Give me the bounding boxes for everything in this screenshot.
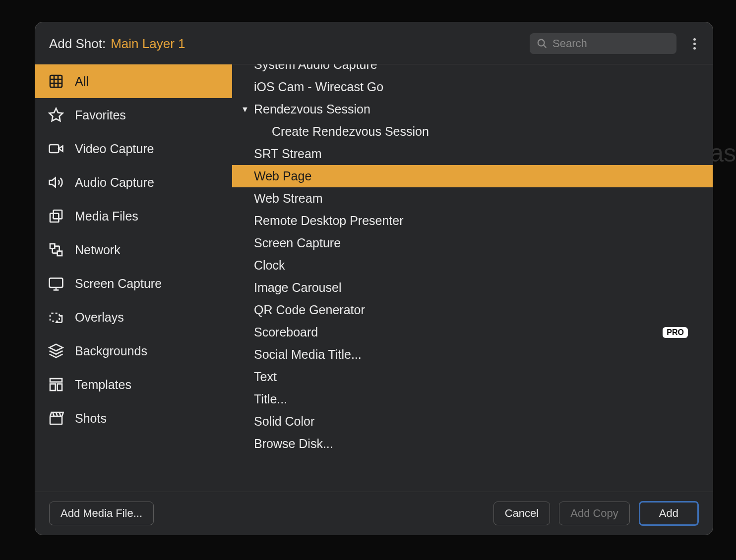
list-item-label: Scoreboard [254, 325, 318, 339]
sidebar-item-audio-capture[interactable]: Audio Capture [35, 166, 232, 199]
svg-line-1 [544, 45, 547, 48]
list-item[interactable]: Browse Disk... [232, 433, 713, 455]
media-icon [47, 207, 65, 225]
sidebar-item-label: Screen Capture [75, 277, 162, 291]
list-item-label: QR Code Generator [254, 303, 365, 317]
list-item[interactable]: Remote Desktop Presenter [232, 210, 713, 232]
dialog-footer: Add Media File... Cancel Add Copy Add [35, 492, 713, 535]
list-item[interactable]: Screen Capture [232, 232, 713, 254]
list-item[interactable]: Create Rendezvous Session [232, 120, 713, 143]
svg-rect-24 [50, 379, 62, 382]
layers-icon [47, 342, 65, 360]
list-item[interactable]: Social Media Title... [232, 343, 713, 366]
monitor-icon [47, 275, 65, 292]
sidebar-item-label: All [75, 74, 89, 89]
sidebar-item-media-files[interactable]: Media Files [35, 199, 232, 233]
sidebar-item-all[interactable]: All [35, 64, 232, 98]
search-field[interactable] [530, 33, 676, 54]
svg-rect-13 [50, 244, 55, 248]
list-item-label: System Audio Capture [254, 64, 377, 72]
sidebar-item-templates[interactable]: Templates [35, 368, 232, 401]
add-shot-dialog: Add Shot: Main Layer 1 AllFavoritesVideo… [35, 22, 713, 535]
dialog-body: AllFavoritesVideo CaptureAudio CaptureMe… [35, 64, 713, 492]
add-media-file-button[interactable]: Add Media File... [49, 502, 154, 525]
svg-rect-12 [50, 214, 59, 222]
list-item[interactable]: Solid Color [232, 410, 713, 433]
sidebar-item-label: Shots [75, 411, 107, 426]
svg-rect-8 [50, 145, 59, 153]
list-item[interactable]: Title... [232, 388, 713, 410]
add-button[interactable]: Add [639, 501, 699, 526]
sidebar-item-label: Overlays [75, 310, 124, 325]
list-item[interactable]: SRT Stream [232, 143, 713, 165]
list-item-label: Title... [254, 392, 287, 406]
sidebar-item-label: Video Capture [75, 142, 154, 156]
list-item[interactable]: Text [232, 366, 713, 388]
sidebar-item-network[interactable]: Network [35, 233, 232, 267]
list-item-label: Clock [254, 258, 285, 273]
svg-rect-14 [58, 251, 62, 256]
sidebar-item-label: Media Files [75, 209, 138, 224]
dialog-titlebar: Add Shot: Main Layer 1 [35, 22, 713, 64]
sidebar-item-label: Templates [75, 378, 131, 392]
disclosure-triangle-icon[interactable]: ▼ [241, 105, 249, 114]
background-text: as [710, 139, 736, 168]
svg-marker-10 [50, 178, 56, 187]
list-item[interactable]: iOS Cam - Wirecast Go [232, 76, 713, 98]
list-item-label: Browse Disk... [254, 437, 333, 451]
list-item[interactable]: Image Carousel [232, 277, 713, 299]
network-icon [47, 241, 65, 259]
more-menu-button[interactable] [690, 35, 699, 53]
list-item-label: Solid Color [254, 414, 314, 429]
svg-rect-22 [50, 313, 60, 321]
search-input[interactable] [552, 37, 670, 50]
add-copy-button[interactable]: Add Copy [559, 502, 630, 525]
title-layer: Main Layer 1 [111, 36, 185, 52]
svg-marker-23 [50, 344, 63, 351]
svg-rect-25 [50, 384, 56, 391]
star-icon [47, 106, 65, 124]
overlay-icon [47, 308, 65, 326]
list-item[interactable]: Web Page [232, 165, 713, 187]
cancel-button[interactable]: Cancel [493, 502, 550, 525]
list-item-label: Text [254, 370, 277, 384]
grid-icon [47, 72, 65, 90]
list-item[interactable]: ScoreboardPRO [232, 321, 713, 343]
list-item-label: Create Rendezvous Session [272, 124, 429, 139]
list-item[interactable]: ▼Rendezvous Session [232, 98, 713, 120]
list-item[interactable]: QR Code Generator [232, 299, 713, 321]
list-item-label: Rendezvous Session [254, 102, 370, 116]
sidebar-item-label: Backgrounds [75, 344, 147, 358]
video-icon [47, 140, 65, 158]
list-item-label: iOS Cam - Wirecast Go [254, 80, 383, 94]
sidebar-item-screen-capture[interactable]: Screen Capture [35, 267, 232, 300]
sidebar-item-backgrounds[interactable]: Backgrounds [35, 334, 232, 368]
svg-rect-19 [50, 278, 63, 287]
list-item[interactable]: Web Stream [232, 187, 713, 210]
sidebar-item-favorites[interactable]: Favorites [35, 98, 232, 132]
svg-rect-2 [50, 75, 62, 87]
list-item[interactable]: Clock [232, 254, 713, 277]
list-item-label: SRT Stream [254, 147, 322, 161]
sidebar-item-overlays[interactable]: Overlays [35, 300, 232, 334]
svg-point-0 [538, 40, 545, 46]
category-sidebar: AllFavoritesVideo CaptureAudio CaptureMe… [35, 64, 232, 492]
svg-rect-11 [54, 210, 62, 219]
template-icon [47, 376, 65, 393]
sidebar-item-label: Favorites [75, 108, 126, 122]
pro-badge: PRO [663, 327, 688, 338]
sidebar-item-label: Network [75, 243, 121, 257]
svg-marker-7 [50, 109, 63, 121]
search-icon [537, 38, 548, 49]
sidebar-item-shots[interactable]: Shots [35, 401, 232, 435]
list-item-label: Social Media Title... [254, 347, 362, 362]
list-item[interactable]: System Audio Capture [232, 64, 713, 76]
list-item-label: Web Page [254, 169, 311, 183]
list-item-label: Web Stream [254, 191, 322, 206]
sidebar-item-label: Audio Capture [75, 175, 154, 190]
source-list: System Audio CaptureiOS Cam - Wirecast G… [232, 64, 713, 492]
svg-rect-26 [58, 384, 62, 391]
list-item-label: Remote Desktop Presenter [254, 214, 404, 228]
sidebar-item-video-capture[interactable]: Video Capture [35, 132, 232, 166]
list-item-label: Screen Capture [254, 236, 341, 250]
